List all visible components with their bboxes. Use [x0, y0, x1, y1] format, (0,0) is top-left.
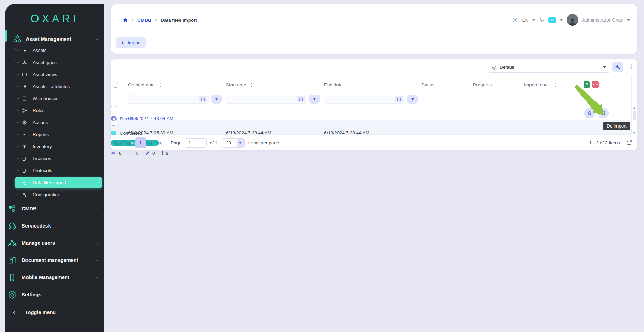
sidebar-item-asset-types[interactable]: Asset types	[5, 56, 104, 68]
column-menu-icon[interactable]: ⋮	[249, 82, 254, 87]
import-button[interactable]: + Import	[116, 37, 146, 48]
export-buttons: X PDF	[584, 81, 599, 88]
previous-page-button[interactable]	[125, 139, 134, 147]
column-header-status[interactable]: Status ⋮	[421, 82, 442, 87]
row-checkbox[interactable]	[111, 106, 116, 111]
sidebar-item-protocols[interactable]: Protocols	[5, 165, 104, 177]
created-date-filter-input[interactable]	[128, 95, 209, 104]
breadcrumb-cmdb-link[interactable]: CMDB	[137, 18, 151, 23]
topbar: EN 0 Administrator Oxari	[512, 14, 630, 26]
updated-count: 0	[152, 151, 155, 156]
column-menu-icon[interactable]: ⋮	[495, 82, 500, 87]
sidebar-item-asset-management[interactable]: Asset Management	[5, 34, 104, 44]
sidebar-item-assets[interactable]: Assets	[5, 44, 104, 56]
plus-icon	[128, 151, 133, 156]
sidebar-item-label: Configuration	[33, 192, 60, 197]
sidebar-item-cmdb[interactable]: CMDB	[5, 200, 104, 217]
do-import-button[interactable]	[597, 108, 609, 118]
calendar-icon[interactable]	[199, 96, 207, 102]
sidebar-item-label: Assets - attributes	[33, 84, 70, 89]
column-label: Start date	[226, 82, 246, 87]
delete-button[interactable]	[584, 108, 595, 118]
export-pdf-button[interactable]: PDF	[592, 81, 599, 88]
sidebar-section-label: Manage users	[22, 240, 55, 246]
next-page-button[interactable]	[147, 139, 156, 147]
row-checkbox[interactable]	[111, 120, 116, 126]
column-menu-icon[interactable]: ⋮	[158, 82, 163, 87]
calendar-icon[interactable]	[297, 96, 305, 102]
table-row[interactable]: 6/12/2024 7:05:39 AM 6/13/2024 7:38:44 A…	[111, 120, 631, 135]
sidebar-item-servicedesk[interactable]: Servicedesk	[5, 217, 104, 234]
document-edit-icon	[22, 168, 27, 173]
sidebar-item-licenses[interactable]: Licenses	[5, 153, 104, 165]
start-date-filter-input[interactable]	[226, 95, 307, 104]
processed-count: 8	[119, 151, 122, 156]
chevron-down-icon	[97, 145, 100, 148]
notification-badge[interactable]: 0	[548, 17, 556, 23]
column-header-progress[interactable]: Progress ⋮	[473, 82, 500, 87]
page-number-input[interactable]	[185, 138, 207, 148]
toggle-menu-button[interactable]: Toggle menu	[5, 305, 104, 320]
chevron-down-icon	[96, 276, 99, 279]
refresh-icon[interactable]	[626, 140, 632, 146]
end-date-filter-input[interactable]	[324, 95, 405, 104]
user-menu[interactable]: Administrator Oxari	[582, 17, 623, 23]
grid-scrollbar[interactable]	[632, 106, 637, 135]
table-row[interactable]: 6/13/2024 7:43:04 AM Pending 0% -	[111, 106, 631, 120]
first-page-button[interactable]	[116, 139, 125, 147]
column-menu-icon[interactable]: ⋮	[438, 82, 442, 87]
column-header-created-date[interactable]: Created date ⋮	[128, 82, 163, 87]
sidebar-item-document-management[interactable]: Document management	[5, 252, 104, 269]
column-header-end-date[interactable]: End date ⋮	[324, 82, 351, 87]
chevron-down-icon[interactable]	[627, 19, 630, 21]
column-label: Import result	[524, 82, 550, 87]
select-all-checkbox[interactable]	[113, 82, 118, 88]
chevron-down-icon[interactable]	[532, 19, 535, 21]
import-file-icon	[22, 180, 27, 185]
page-size-select[interactable]: 20	[222, 138, 245, 148]
calendar-icon[interactable]	[395, 96, 403, 102]
settings-gear-icon[interactable]	[512, 17, 518, 23]
avatar[interactable]	[567, 14, 578, 26]
sidebar-item-label: Reports	[33, 132, 49, 137]
grid-menu-button[interactable]: ⋮	[626, 62, 635, 72]
sidebar-item-assets-attributes[interactable]: Assets - attributes	[5, 80, 104, 92]
bell-icon[interactable]	[539, 17, 545, 23]
scroll-down-icon[interactable]	[633, 132, 636, 134]
sidebar-item-rules[interactable]: Rules	[5, 104, 104, 117]
column-menu-icon[interactable]: ⋮	[346, 82, 351, 87]
sidebar-item-mobile-management[interactable]: Mobile Management	[5, 269, 104, 286]
view-settings-button[interactable]	[612, 62, 623, 72]
scroll-up-icon[interactable]	[633, 107, 636, 109]
building-icon	[22, 96, 27, 101]
chevron-down-icon	[96, 242, 99, 245]
error-count: 8	[165, 151, 168, 156]
start-date-filter-button[interactable]	[309, 95, 320, 104]
chevron-down-icon[interactable]	[560, 19, 563, 21]
column-menu-icon[interactable]: ⋮	[553, 82, 558, 87]
created-date-filter-button[interactable]	[211, 95, 222, 104]
sidebar-item-manage-users[interactable]: Manage users	[5, 234, 104, 252]
sidebar-item-configuration[interactable]: Configuration	[5, 189, 104, 201]
end-date-filter-button[interactable]	[407, 95, 418, 104]
language-selector[interactable]: EN	[522, 18, 528, 23]
page-number-button[interactable]: 1	[135, 137, 146, 148]
view-selector[interactable]: ◎ Default	[489, 62, 609, 73]
sidebar-item-settings[interactable]: Settings	[5, 286, 104, 303]
last-page-button[interactable]	[156, 139, 165, 147]
sidebar-item-inventory[interactable]: Inventory	[5, 141, 104, 153]
column-header-import-result[interactable]: Import result ⋮	[524, 82, 558, 87]
sidebar-item-asset-views[interactable]: Asset views	[5, 68, 104, 80]
sidebar-section-label: Mobile Management	[22, 275, 69, 280]
home-icon[interactable]	[122, 17, 128, 23]
sidebar-item-data-files-import[interactable]: Data files import	[5, 177, 104, 189]
completed-status-icon	[111, 131, 116, 135]
document-edit-icon	[22, 156, 27, 161]
sidebar-item-actions[interactable]: Actions	[5, 117, 104, 129]
column-header-start-date[interactable]: Start date ⋮	[226, 82, 254, 87]
sidebar-item-label: Asset types	[33, 60, 57, 65]
export-excel-button[interactable]: X	[584, 81, 590, 88]
sidebar-item-reports[interactable]: Reports	[5, 129, 104, 141]
sidebar-item-warehouses[interactable]: Warehouses	[5, 92, 104, 104]
scrollbar-thumb[interactable]	[633, 110, 636, 120]
